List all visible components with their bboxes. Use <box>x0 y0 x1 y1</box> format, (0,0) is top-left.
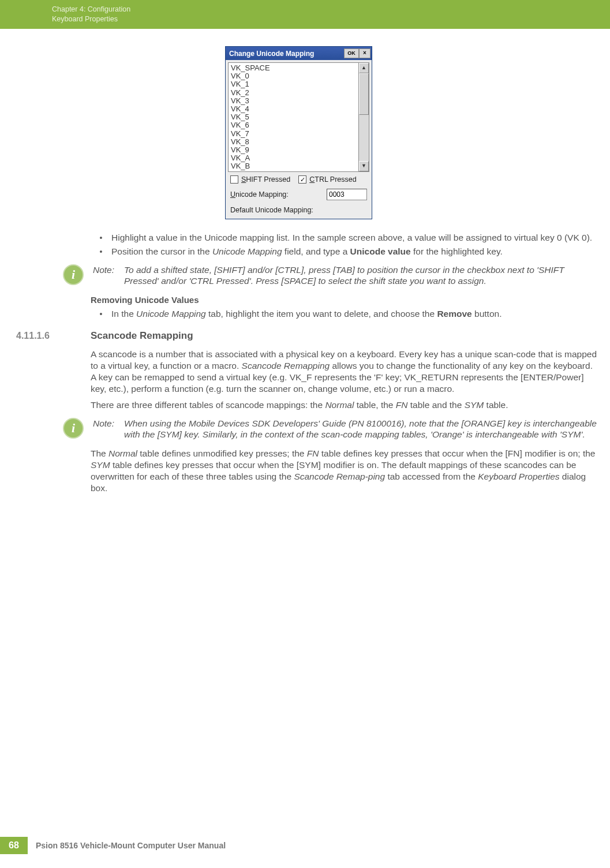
page-footer: 68 Psion 8516 Vehicle-Mount Computer Use… <box>0 837 226 854</box>
ok-button[interactable]: OK <box>344 48 359 58</box>
page-number: 68 <box>0 837 28 854</box>
subheading: Removing Unicode Values <box>91 294 597 306</box>
content-area: Change Unicode Mapping OK × VK_SPACE VK_… <box>0 29 610 494</box>
bullet-text: Position the cursor in the Unicode Mappi… <box>111 246 597 257</box>
note-block: i Note: When using the Mobile Devices SD… <box>91 418 597 440</box>
list-item[interactable]: VK_2 <box>229 89 358 97</box>
ctrl-checkbox[interactable]: ✓ <box>298 175 306 184</box>
header-chapter: Chapter 4: Configuration <box>52 5 610 14</box>
note-text: When using the Mobile Devices SDK Develo… <box>124 418 597 440</box>
close-button[interactable]: × <box>359 48 371 58</box>
note-label: Note: <box>93 264 124 286</box>
section-number: 4.11.1.6 <box>16 330 50 342</box>
list-item[interactable]: VK_SPACE <box>229 64 358 72</box>
footer-text: Psion 8516 Vehicle-Mount Computer User M… <box>36 841 226 850</box>
bullet-text: In the Unicode Mapping tab, highlight th… <box>111 308 597 320</box>
info-icon: i <box>63 264 84 285</box>
list-item[interactable]: VK_4 <box>229 105 358 113</box>
list-item[interactable]: VK_A <box>229 154 358 162</box>
page-header: Chapter 4: Configuration Keyboard Proper… <box>0 0 610 29</box>
change-unicode-dialog: Change Unicode Mapping OK × VK_SPACE VK_… <box>225 46 372 219</box>
dialog-titlebar: Change Unicode Mapping OK × <box>226 47 372 60</box>
list-item[interactable]: VK_3 <box>229 97 358 105</box>
bullet-icon: • <box>91 308 111 320</box>
unicode-mapping-input[interactable] <box>327 189 367 200</box>
list-item[interactable]: VK_0 <box>229 72 358 80</box>
list-item[interactable]: VK_5 <box>229 113 358 121</box>
info-icon: i <box>63 418 84 439</box>
bullet-icon: • <box>91 232 111 244</box>
note-block: i Note: To add a shifted state, [SHIFT] … <box>91 264 597 286</box>
list-item[interactable]: VK_7 <box>229 130 358 138</box>
listbox-scrollbar[interactable]: ▲ ▼ <box>358 62 369 172</box>
vk-listbox[interactable]: VK_SPACE VK_0 VK_1 VK_2 VK_3 VK_4 VK_5 V… <box>228 62 358 172</box>
bullet-icon: • <box>91 246 111 257</box>
dialog-title: Change Unicode Mapping <box>229 50 314 58</box>
bullet-text: Highlight a value in the Unicode mapping… <box>111 232 597 244</box>
scroll-up-icon[interactable]: ▲ <box>359 63 369 73</box>
body-column: • Highlight a value in the Unicode mappi… <box>91 232 597 494</box>
paragraph: A scancode is a number that is associate… <box>91 349 597 395</box>
list-item[interactable]: VK_B <box>229 162 358 170</box>
unicode-mapping-label: Unicode Mapping: <box>230 190 289 199</box>
list-item[interactable]: VK_9 <box>229 146 358 154</box>
note-text: To add a shifted state, [SHIFT] and/or [… <box>124 264 597 286</box>
dialog-screenshot: Change Unicode Mapping OK × VK_SPACE VK_… <box>0 46 597 219</box>
note-label: Note: <box>93 418 124 440</box>
paragraph: There are three different tables of scan… <box>91 399 597 411</box>
shift-checkbox[interactable] <box>230 175 238 184</box>
header-section: Keyboard Properties <box>52 14 610 24</box>
list-item[interactable]: VK_1 <box>229 80 358 88</box>
default-mapping-label: Default Unicode Mapping: <box>226 204 372 219</box>
paragraph: The Normal table defines unmodified key … <box>91 448 597 494</box>
list-item[interactable]: VK_8 <box>229 138 358 146</box>
list-item[interactable]: VK_6 <box>229 121 358 129</box>
scroll-thumb[interactable] <box>359 73 369 115</box>
section-title: Scancode Remapping <box>91 330 193 342</box>
scroll-down-icon[interactable]: ▼ <box>359 161 369 171</box>
ctrl-label: CTRL Pressed <box>309 175 357 184</box>
shift-label: SHIFT Pressed <box>241 175 290 184</box>
